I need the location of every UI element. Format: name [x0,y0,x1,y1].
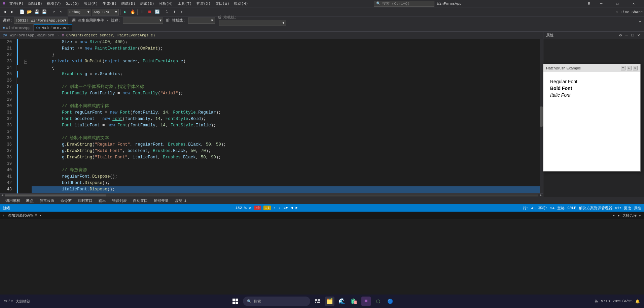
debug-toolbar: 进程: [6032] WinFormsApp.exe ▼ 调 生生命周期事件 ·… [0,17,644,24]
tab-callstack[interactable]: 调用堆栈 [3,197,23,204]
forward-button[interactable]: ► [9,9,15,16]
tab-mainform[interactable]: C# MainForm.cs ✕ [34,24,73,31]
stack-dropdown[interactable]: 断 堆栈线: ▼ [218,15,286,26]
code-line-22: } [32,52,540,58]
taskbar-store-icon[interactable]: 🛍️ [349,297,359,306]
back-button[interactable]: ◄ [1,9,8,16]
stack-frame-dropdown[interactable]: ▼ [219,20,286,26]
menu-tools[interactable]: 工具(T) [176,0,194,7]
sep1 [17,9,17,15]
menu-analyze[interactable]: 分析(N) [157,0,175,7]
open-file-button[interactable]: 📂 [26,9,33,16]
menu-project[interactable]: 项目(P) [82,0,100,7]
pause-button[interactable]: ⏸ [139,9,146,16]
debug-mode-dropdown[interactable]: Debug ▼ [68,9,91,16]
panel-settings-icon[interactable]: ⚙ [618,33,623,38]
repo-label[interactable]: ✦ 选择合库 ▸ [618,213,641,218]
zoom-level[interactable]: 152 % [236,206,247,210]
minimize-button[interactable]: ─ [594,0,609,7]
taskbar-edge-icon[interactable]: 🌊 [337,297,347,306]
tab-locals[interactable]: 局部变量 [151,197,171,204]
taskbar-search[interactable]: 🔍 搜索 [243,297,310,306]
tab-output[interactable]: 输出 [96,197,109,204]
h-scrollbar-track[interactable] [5,194,538,196]
redo-button[interactable]: ↪ [58,9,65,16]
run-button[interactable]: ▶ [122,9,129,16]
nav-down-icon[interactable]: ↓ [279,206,281,210]
notification-icon[interactable]: 🔔 [635,299,640,304]
tab-exceptions[interactable]: 异常设置 [37,197,57,204]
windows-start-button[interactable] [230,296,240,306]
taskbar-node-icon[interactable]: ⬡ [373,297,383,306]
new-file-button[interactable]: 📄 [19,9,25,16]
process-dropdown[interactable]: [6032] WinFormsApp.exe ▼ [14,18,68,24]
menu-build[interactable]: 生成(B) [101,0,119,7]
menu-file[interactable]: 文件(F) [7,0,26,7]
save-all-button[interactable]: 💾 [41,9,47,16]
thread-dropdown[interactable]: ▼ [188,18,215,24]
vertical-scrollbar[interactable] [540,39,543,193]
language-indicator[interactable]: 英 [595,299,598,304]
taskview-button[interactable] [313,297,322,306]
taskbar-explorer-icon[interactable]: 🗂️ [325,297,334,306]
menu-test[interactable]: 测试(S) [138,0,156,7]
editor-code-area[interactable]: 20 21 22 23 24 25 26 27 28 29 30 31 32 3… [0,39,543,193]
sc-icon: ⬆ [3,213,5,218]
event-dropdown[interactable]: ▼ [123,18,163,24]
tab-close-icon[interactable]: ✕ [67,26,69,30]
menu-help[interactable]: 帮助(H) [232,0,250,7]
taskbar-vs-icon[interactable]: ■ [361,297,371,306]
h-scrollbar-thumb[interactable] [5,194,106,196]
hot-reload-button[interactable]: 🔥 [129,9,136,16]
scroll-right-icon[interactable]: ► [540,193,542,197]
restore-button[interactable]: ❐ [610,0,625,7]
stop-button[interactable]: ⏹ [146,9,153,16]
ln-41: 41 [0,174,14,180]
menu-view[interactable]: 视图(V) [45,0,63,7]
panel-maximize-icon[interactable]: □ [630,33,635,38]
solution-manager-link[interactable]: 解决方案资源管理器 [579,206,612,211]
step-into[interactable]: ⬇ [171,9,178,16]
tab-autos[interactable]: 自动窗口 [130,197,150,204]
warning-badge[interactable]: ⚠ 1 [263,206,271,210]
debug-close-icon[interactable]: ⌄ [639,18,641,23]
tab-errors[interactable]: 错误列表 [109,197,130,204]
git-changes-link[interactable]: Git 更改 [615,206,631,211]
save-button[interactable]: 💾 [33,9,40,16]
properties-link[interactable]: 属性 [634,206,641,211]
error-badge[interactable]: ✕ 0 [254,206,261,210]
tab-label-start: WinFormsApp [6,26,31,30]
close-button[interactable]: ✕ [626,0,641,7]
cpu-dropdown[interactable]: Any CPU ▼ [92,9,119,16]
menu-git[interactable]: Git(G) [64,1,81,6]
scroll-left-icon[interactable]: ◄ [1,193,3,197]
panel-close-icon[interactable]: ✕ [636,33,641,38]
tab-breakpoints[interactable]: 断点 [24,197,36,204]
collapse-icon[interactable]: − [24,60,27,64]
menu-window[interactable]: 窗口(W) [213,0,231,7]
ln-24: 24 [0,65,14,71]
step-over[interactable]: ⤵ [164,9,170,16]
step-out[interactable]: ⬆ [178,9,185,16]
menu-debug[interactable]: 调试(D) [119,0,137,7]
panel-minimize-icon[interactable]: ─ [624,33,629,38]
menu-extensions[interactable]: 扩展(X) [194,0,213,7]
tab-watch1[interactable]: 监视 1 [172,197,189,204]
scrollbar-thumb[interactable] [540,106,543,127]
filter-icon[interactable]: ≡▼ [283,206,288,210]
tab-command[interactable]: 命令窗 [58,197,74,204]
ln-34: 34 [0,129,14,135]
tab-start[interactable]: ■ WinFormsApp [0,24,34,31]
taskbar-rider-icon[interactable]: 🔵 [386,297,395,306]
code-text-area[interactable]: Size = new Size(400, 400); Paint += new … [29,39,540,193]
preview-minimize-button[interactable]: ─ [621,66,625,70]
undo-button[interactable]: ↩ [50,9,57,16]
sc-label[interactable]: 添加到源代码管理 ▸ [8,213,42,218]
tab-immediate[interactable]: 即时窗口 [75,197,95,204]
nav-up-icon[interactable]: ↑ [274,206,276,210]
live-share-button[interactable]: ⚡ Live Share [616,10,643,14]
restart-button[interactable]: 🔄 [154,9,160,16]
preview-maximize-button[interactable]: □ [627,66,632,70]
preview-close-button[interactable]: ✕ [633,66,638,70]
menu-edit[interactable]: 编辑(E) [26,0,44,7]
